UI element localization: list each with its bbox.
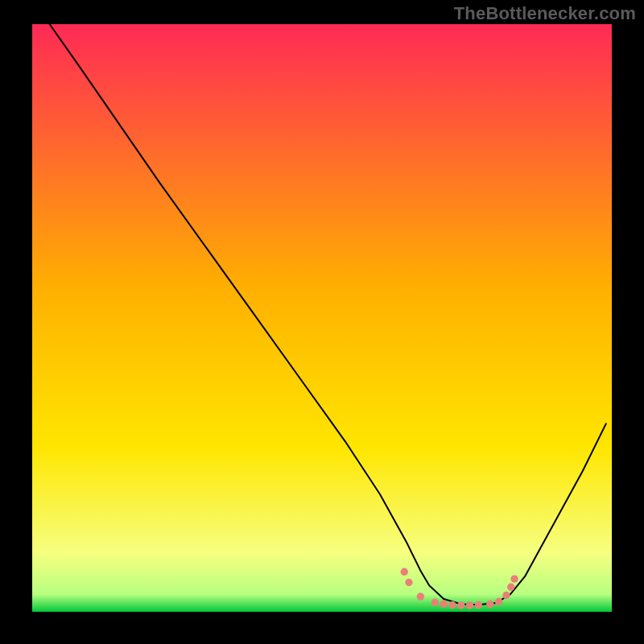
chart-svg	[32, 24, 612, 612]
marker-dot	[417, 592, 424, 600]
marker-dot	[431, 599, 439, 606]
marker-dot	[486, 601, 493, 608]
marker-dot	[502, 592, 510, 599]
marker-dot	[405, 579, 412, 586]
marker-dot	[466, 601, 473, 609]
marker-dot	[401, 568, 408, 576]
marker-dot	[440, 601, 448, 608]
marker-dot	[457, 601, 464, 609]
marker-dot	[507, 584, 514, 591]
chart-canvas	[32, 24, 612, 612]
marker-dot	[495, 598, 502, 605]
marker-dot	[448, 601, 456, 609]
gradient-background	[32, 24, 612, 612]
marker-dot	[510, 575, 518, 582]
marker-dot	[475, 601, 482, 609]
watermark-text: TheBottlenecker.com	[454, 3, 636, 24]
